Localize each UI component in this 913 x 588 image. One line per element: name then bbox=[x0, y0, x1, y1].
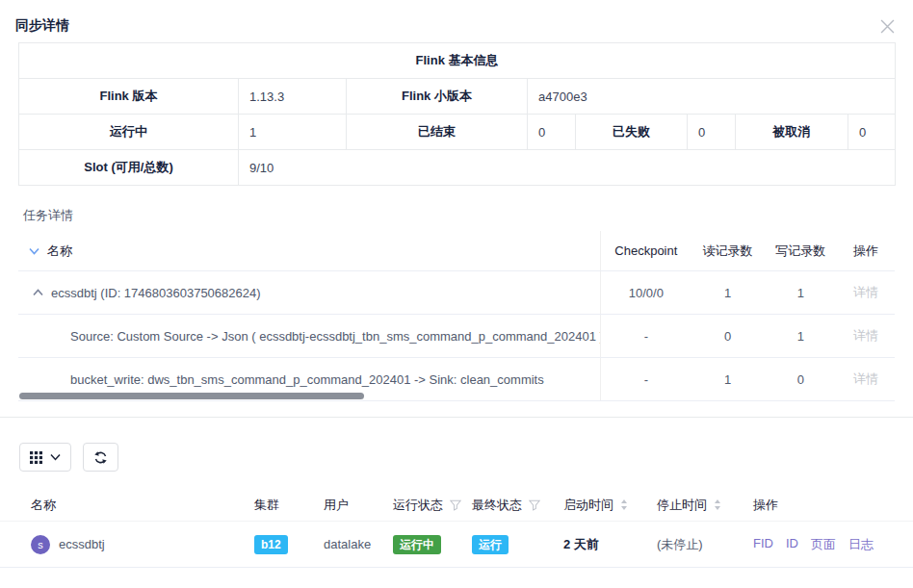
column-action: 操作 bbox=[837, 243, 895, 260]
task-read-records: 1 bbox=[691, 372, 765, 387]
sort-icon[interactable] bbox=[620, 499, 628, 510]
running-label: 运行中 bbox=[19, 115, 239, 150]
id-link[interactable]: ID bbox=[786, 536, 798, 553]
task-fixed-cells: - 1 0 详情 bbox=[600, 358, 895, 400]
task-detail-link[interactable]: 详情 bbox=[853, 285, 878, 299]
filter-icon[interactable] bbox=[450, 499, 461, 511]
drawer-header: 同步详情 bbox=[0, 0, 913, 36]
page-link[interactable]: 页面 bbox=[811, 536, 836, 553]
task-header-name-cell: 名称 bbox=[18, 231, 600, 270]
task-fixed-cells: - 0 1 详情 bbox=[600, 315, 895, 357]
log-link[interactable]: 日志 bbox=[848, 536, 874, 553]
job-cluster-cell: b12 bbox=[254, 535, 324, 554]
section-divider bbox=[0, 417, 913, 418]
task-details-table: 名称 Checkpoint 读记录数 写记录数 操作 ecssdbtj (ID:… bbox=[18, 231, 895, 401]
flink-minor-version-value: a4700e3 bbox=[528, 79, 896, 115]
task-checkpoint: - bbox=[601, 372, 691, 387]
job-row: s ecssdbtj b12 datalake 运行中 运行 2 天前 (未停止… bbox=[0, 522, 913, 568]
task-name: bucket_write: dws_tbn_sms_command_p_comm… bbox=[70, 372, 544, 387]
column-read-records: 读记录数 bbox=[691, 243, 765, 260]
job-actions: FID ID 页面 日志 bbox=[753, 536, 913, 553]
task-checkpoint: - bbox=[601, 329, 691, 344]
column-checkpoint: Checkpoint bbox=[601, 243, 691, 258]
flink-minor-version-label: Flink 小版本 bbox=[347, 79, 528, 115]
jobs-column-run-status: 运行状态 bbox=[393, 497, 472, 514]
task-header-fixed-cells: Checkpoint 读记录数 写记录数 操作 bbox=[600, 231, 895, 270]
failed-value: 0 bbox=[688, 115, 736, 150]
job-start-time: 2 天前 bbox=[563, 536, 657, 553]
flink-version-value: 1.13.3 bbox=[239, 79, 347, 115]
job-name-cell: s ecssdbtj bbox=[31, 535, 254, 554]
jobs-column-user: 用户 bbox=[324, 497, 393, 514]
final-status-badge: 运行 bbox=[472, 535, 509, 554]
flink-info-title: Flink 基本信息 bbox=[19, 43, 896, 79]
task-row: Source: Custom Source -> Json ( ecssdbtj… bbox=[18, 315, 895, 358]
chevron-down-icon[interactable] bbox=[29, 247, 39, 255]
failed-label: 已失败 bbox=[576, 115, 688, 150]
chevron-down-icon bbox=[50, 453, 61, 461]
job-name: ecssdbtj bbox=[59, 537, 105, 551]
slot-value: 9/10 bbox=[239, 150, 896, 186]
task-checkpoint: 10/0/0 bbox=[601, 286, 691, 300]
horizontal-scrollbar[interactable] bbox=[19, 393, 364, 399]
task-name-cell: Source: Custom Source -> Json ( ecssdbtj… bbox=[18, 315, 600, 357]
jobs-column-cluster: 集群 bbox=[254, 497, 324, 514]
task-write-records: 1 bbox=[764, 329, 837, 344]
task-read-records: 0 bbox=[691, 329, 765, 344]
jobs-column-start-time: 启动时间 bbox=[563, 497, 657, 514]
jobs-column-name: 名称 bbox=[31, 497, 254, 514]
refresh-button[interactable] bbox=[83, 443, 118, 472]
chevron-up-icon[interactable] bbox=[33, 289, 43, 296]
column-name: 名称 bbox=[47, 243, 72, 260]
running-value: 1 bbox=[239, 115, 347, 150]
task-detail-link[interactable]: 详情 bbox=[853, 371, 878, 386]
jobs-column-action: 操作 bbox=[753, 497, 913, 514]
cluster-badge: b12 bbox=[254, 535, 288, 554]
finished-value: 0 bbox=[528, 115, 576, 150]
slot-label: Slot (可用/总数) bbox=[19, 150, 239, 186]
task-table-header: 名称 Checkpoint 读记录数 写记录数 操作 bbox=[18, 231, 895, 271]
close-icon[interactable] bbox=[878, 17, 897, 36]
task-detail-link[interactable]: 详情 bbox=[853, 328, 878, 343]
column-write-records: 写记录数 bbox=[764, 243, 837, 260]
canceled-value: 0 bbox=[848, 115, 896, 150]
jobs-table: 名称 集群 用户 运行状态 最终状态 启动时间 停止时间 bbox=[0, 489, 913, 568]
task-write-records: 0 bbox=[764, 372, 837, 387]
job-final-status-cell: 运行 bbox=[472, 535, 563, 554]
canceled-label: 被取消 bbox=[736, 115, 848, 150]
filter-icon[interactable] bbox=[529, 499, 540, 511]
task-read-records: 1 bbox=[691, 286, 765, 300]
sort-icon[interactable] bbox=[714, 499, 721, 510]
flink-version-label: Flink 版本 bbox=[19, 79, 239, 115]
jobs-column-stop-time: 停止时间 bbox=[657, 497, 753, 514]
task-row: ecssdbtj (ID: 1746803603750682624) 10/0/… bbox=[18, 271, 895, 315]
task-fixed-cells: 10/0/0 1 1 详情 bbox=[600, 271, 895, 314]
job-stop-time: (未停止) bbox=[657, 536, 753, 553]
job-run-status-cell: 运行中 bbox=[393, 535, 472, 554]
toolbar bbox=[19, 443, 913, 472]
refresh-icon bbox=[93, 450, 108, 465]
flink-info-table: Flink 基本信息 Flink 版本 1.13.3 Flink 小版本 a47… bbox=[18, 42, 896, 186]
grid-icon bbox=[30, 451, 42, 464]
task-name-cell: ecssdbtj (ID: 1746803603750682624) bbox=[18, 271, 600, 314]
column-settings-button[interactable] bbox=[19, 443, 71, 472]
jobs-table-header: 名称 集群 用户 运行状态 最终状态 启动时间 停止时间 bbox=[0, 489, 913, 522]
drawer-title: 同步详情 bbox=[15, 17, 69, 35]
job-user: datalake bbox=[324, 537, 393, 551]
task-name: ecssdbtj (ID: 1746803603750682624) bbox=[51, 286, 261, 300]
task-write-records: 1 bbox=[764, 286, 837, 300]
task-name: Source: Custom Source -> Json ( ecssdbtj… bbox=[70, 329, 600, 344]
task-details-title: 任务详情 bbox=[23, 207, 913, 224]
finished-label: 已结束 bbox=[347, 115, 528, 150]
run-status-badge: 运行中 bbox=[393, 535, 441, 554]
fid-link[interactable]: FID bbox=[753, 536, 773, 553]
avatar: s bbox=[31, 535, 50, 554]
jobs-column-final-status: 最终状态 bbox=[472, 497, 563, 514]
